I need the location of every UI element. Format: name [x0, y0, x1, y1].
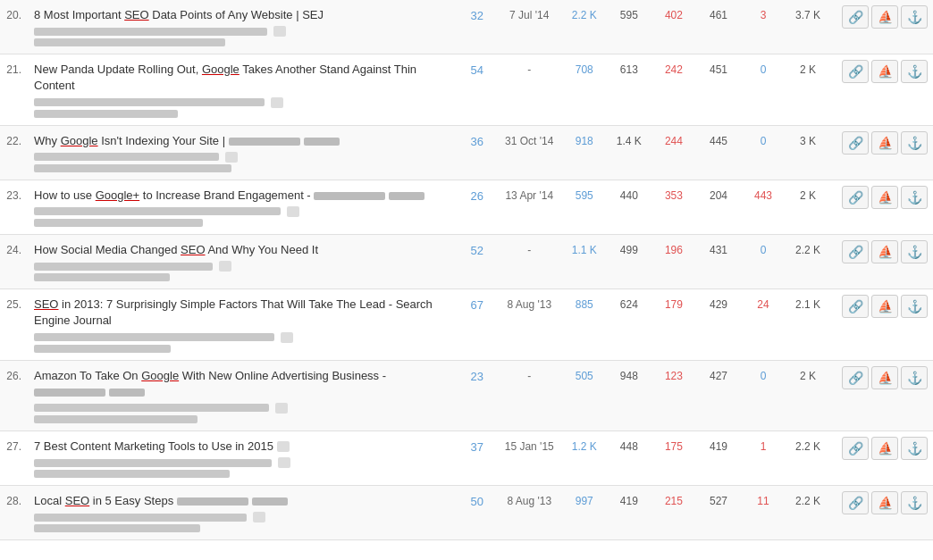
link-button[interactable]: 🔗	[842, 186, 869, 209]
anchor-button[interactable]: ⚓	[901, 491, 928, 514]
article-url-secondary	[34, 524, 452, 532]
stat-6: 2.2 K	[786, 234, 830, 288]
row-actions: 🔗⛵⚓	[830, 486, 933, 540]
links-count: 67	[458, 289, 497, 360]
share-button[interactable]: ⛵	[871, 295, 898, 318]
article-title[interactable]: How to use Google+ to Increase Brand Eng…	[34, 188, 452, 204]
table-row: 24.How Social Media Changed SEO And Why …	[0, 234, 933, 288]
row-title-cell: Amazon To Take On Google With New Online…	[29, 360, 458, 430]
stat-5: 0	[741, 234, 786, 288]
link-button[interactable]: 🔗	[842, 131, 869, 155]
row-actions: 🔗⛵⚓	[830, 430, 933, 485]
stat-5: 0	[741, 54, 786, 125]
stat-4: 527	[696, 486, 741, 540]
link-button[interactable]: 🔗	[842, 437, 869, 460]
article-title[interactable]: Local SEO in 5 Easy Steps	[34, 493, 452, 509]
article-url	[34, 457, 452, 468]
results-table-container: 20.8 Most Important SEO Data Points of A…	[0, 0, 933, 540]
article-url	[34, 152, 452, 163]
anchor-button[interactable]: ⚓	[901, 295, 928, 318]
stat-5: 1	[741, 430, 786, 485]
publish-date: 31 Oct '14	[497, 125, 562, 180]
stat-2: 624	[607, 289, 651, 360]
article-title[interactable]: Why Google Isn't Indexing Your Site |	[34, 133, 452, 149]
article-title[interactable]: 8 Most Important SEO Data Points of Any …	[34, 7, 452, 23]
anchor-button[interactable]: ⚓	[901, 131, 928, 155]
stat-6: 2.2 K	[786, 430, 830, 485]
anchor-button[interactable]: ⚓	[901, 437, 928, 460]
share-button[interactable]: ⛵	[871, 186, 898, 209]
table-row: 21.New Panda Update Rolling Out, Google …	[0, 54, 933, 125]
stat-3: 123	[651, 360, 696, 430]
link-button[interactable]: 🔗	[842, 295, 869, 318]
stat-4: 461	[696, 0, 741, 54]
links-count: 50	[458, 486, 497, 540]
stat-6: 2 K	[786, 54, 830, 125]
share-button[interactable]: ⛵	[871, 240, 898, 263]
stat-1: 1.1 K	[562, 234, 607, 288]
article-title[interactable]: How Social Media Changed SEO And Why You…	[34, 242, 452, 258]
publish-date: -	[497, 360, 562, 430]
row-number: 20.	[0, 0, 29, 54]
link-button[interactable]: 🔗	[842, 5, 869, 29]
row-actions: 🔗⛵⚓	[830, 234, 933, 288]
link-button[interactable]: 🔗	[842, 366, 869, 389]
stat-2: 419	[607, 486, 651, 540]
share-button[interactable]: ⛵	[871, 5, 898, 29]
article-url	[34, 512, 452, 522]
links-count: 32	[458, 0, 497, 54]
row-title-cell: 8 Most Important SEO Data Points of Any …	[29, 0, 458, 54]
link-button[interactable]: 🔗	[842, 60, 869, 83]
article-url-secondary	[34, 110, 452, 118]
stat-1: 708	[562, 54, 607, 125]
stat-1: 1.2 K	[562, 430, 607, 485]
link-button[interactable]: 🔗	[842, 491, 869, 514]
links-count: 37	[458, 430, 497, 485]
anchor-button[interactable]: ⚓	[901, 5, 928, 29]
stat-6: 2 K	[786, 360, 830, 430]
anchor-button[interactable]: ⚓	[901, 366, 928, 389]
share-button[interactable]: ⛵	[871, 60, 898, 83]
share-button[interactable]: ⛵	[871, 437, 898, 460]
stat-2: 948	[607, 360, 651, 430]
row-actions: 🔗⛵⚓	[830, 289, 933, 360]
row-number: 25.	[0, 289, 29, 360]
row-title-cell: New Panda Update Rolling Out, Google Tak…	[29, 54, 458, 125]
publish-date: -	[497, 234, 562, 288]
stat-1: 505	[562, 360, 607, 430]
stat-2: 448	[607, 430, 651, 485]
article-title[interactable]: Amazon To Take On Google With New Online…	[34, 368, 452, 400]
article-url-secondary	[34, 219, 452, 227]
stat-1: 2.2 K	[562, 0, 607, 54]
publish-date: 15 Jan '15	[497, 430, 562, 485]
stat-6: 3.7 K	[786, 0, 830, 54]
link-button[interactable]: 🔗	[842, 240, 869, 263]
article-title[interactable]: SEO in 2013: 7 Surprisingly Simple Facto…	[34, 297, 452, 329]
article-url	[34, 206, 452, 217]
row-title-cell: Local SEO in 5 Easy Steps	[29, 486, 458, 540]
anchor-button[interactable]: ⚓	[901, 240, 928, 263]
stat-5: 0	[741, 360, 786, 430]
stat-3: 196	[651, 234, 696, 288]
article-title[interactable]: New Panda Update Rolling Out, Google Tak…	[34, 62, 452, 94]
publish-date: -	[497, 54, 562, 125]
article-url	[34, 97, 452, 108]
share-button[interactable]: ⛵	[871, 366, 898, 389]
article-title[interactable]: 7 Best Content Marketing Tools to Use in…	[34, 439, 452, 455]
stat-2: 595	[607, 0, 651, 54]
stat-5: 24	[741, 289, 786, 360]
share-button[interactable]: ⛵	[871, 131, 898, 155]
anchor-button[interactable]: ⚓	[901, 60, 928, 83]
row-title-cell: How to use Google+ to Increase Brand Eng…	[29, 180, 458, 234]
row-number: 22.	[0, 125, 29, 180]
stat-4: 431	[696, 234, 741, 288]
share-button[interactable]: ⛵	[871, 491, 898, 514]
table-row: 28.Local SEO in 5 Easy Steps 508 Aug '13…	[0, 486, 933, 540]
stat-3: 179	[651, 289, 696, 360]
table-row: 27.7 Best Content Marketing Tools to Use…	[0, 430, 933, 485]
row-number: 23.	[0, 180, 29, 234]
anchor-button[interactable]: ⚓	[901, 186, 928, 209]
article-url	[34, 261, 452, 272]
row-number: 28.	[0, 486, 29, 540]
row-number: 26.	[0, 360, 29, 430]
